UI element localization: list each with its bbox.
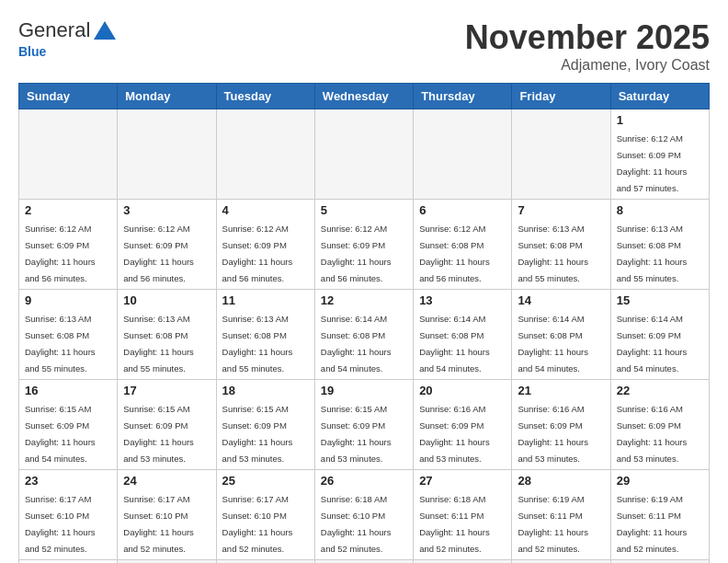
day-info: Sunrise: 6:12 AMSunset: 6:09 PMDaylight:… bbox=[25, 224, 96, 283]
day-cell-17: 17 Sunrise: 6:15 AMSunset: 6:09 PMDaylig… bbox=[118, 380, 216, 470]
empty-cell bbox=[512, 560, 610, 564]
day-number: 20 bbox=[419, 384, 506, 397]
day-info: Sunrise: 6:14 AMSunset: 6:08 PMDaylight:… bbox=[419, 314, 490, 373]
day-cell-20: 20 Sunrise: 6:16 AMSunset: 6:09 PMDaylig… bbox=[414, 380, 512, 470]
day-cell-18: 18 Sunrise: 6:15 AMSunset: 6:09 PMDaylig… bbox=[216, 380, 314, 470]
day-number: 9 bbox=[25, 293, 111, 307]
day-info: Sunrise: 6:17 AMSunset: 6:10 PMDaylight:… bbox=[25, 494, 96, 554]
empty-cell bbox=[216, 109, 314, 200]
day-cell-28: 28 Sunrise: 6:19 AMSunset: 6:11 PMDaylig… bbox=[512, 470, 610, 560]
calendar-row: 1 Sunrise: 6:12 AMSunset: 6:09 PMDayligh… bbox=[19, 109, 710, 200]
day-cell-1: 1 Sunrise: 6:12 AMSunset: 6:09 PMDayligh… bbox=[610, 109, 709, 200]
day-number: 25 bbox=[222, 474, 309, 488]
calendar-row: 9 Sunrise: 6:13 AMSunset: 6:08 PMDayligh… bbox=[19, 290, 710, 380]
day-info: Sunrise: 6:13 AMSunset: 6:08 PMDaylight:… bbox=[518, 224, 588, 283]
day-number: 14 bbox=[518, 293, 604, 307]
title-area: November 2025 Adjamene, Ivory Coast bbox=[465, 18, 710, 74]
day-cell-4: 4 Sunrise: 6:12 AMSunset: 6:09 PMDayligh… bbox=[216, 200, 314, 290]
day-info: Sunrise: 6:18 AMSunset: 6:10 PMDaylight:… bbox=[321, 494, 392, 554]
empty-cell bbox=[314, 109, 413, 200]
location-title: Adjamene, Ivory Coast bbox=[465, 57, 710, 74]
calendar-row: 16 Sunrise: 6:15 AMSunset: 6:09 PMDaylig… bbox=[19, 380, 710, 470]
day-number: 28 bbox=[518, 474, 604, 488]
day-number: 19 bbox=[321, 384, 407, 397]
day-cell-6: 6 Sunrise: 6:12 AMSunset: 6:08 PMDayligh… bbox=[414, 200, 512, 290]
day-number: 2 bbox=[25, 203, 111, 217]
day-cell-11: 11 Sunrise: 6:13 AMSunset: 6:08 PMDaylig… bbox=[216, 290, 314, 380]
day-info: Sunrise: 6:16 AMSunset: 6:09 PMDaylight:… bbox=[419, 404, 490, 464]
header-thursday: Thursday bbox=[414, 84, 512, 109]
day-cell-12: 12 Sunrise: 6:14 AMSunset: 6:08 PMDaylig… bbox=[314, 290, 413, 380]
header: General Blue November 2025 Adjamene, Ivo… bbox=[18, 18, 710, 74]
day-number: 1 bbox=[617, 113, 703, 127]
empty-cell bbox=[118, 560, 216, 564]
day-cell-24: 24 Sunrise: 6:17 AMSunset: 6:10 PMDaylig… bbox=[118, 470, 216, 560]
day-cell-16: 16 Sunrise: 6:15 AMSunset: 6:09 PMDaylig… bbox=[19, 380, 118, 470]
day-info: Sunrise: 6:19 AMSunset: 6:11 PMDaylight:… bbox=[518, 494, 588, 554]
day-cell-8: 8 Sunrise: 6:13 AMSunset: 6:08 PMDayligh… bbox=[610, 200, 709, 290]
day-cell-27: 27 Sunrise: 6:18 AMSunset: 6:11 PMDaylig… bbox=[414, 470, 512, 560]
day-number: 29 bbox=[617, 474, 703, 488]
day-info: Sunrise: 6:13 AMSunset: 6:08 PMDaylight:… bbox=[222, 314, 293, 373]
header-friday: Friday bbox=[512, 84, 610, 109]
day-number: 27 bbox=[419, 474, 506, 488]
day-number: 10 bbox=[123, 293, 210, 307]
logo-triangle-icon bbox=[94, 21, 116, 40]
day-cell-29: 29 Sunrise: 6:19 AMSunset: 6:11 PMDaylig… bbox=[610, 470, 709, 560]
day-cell-7: 7 Sunrise: 6:13 AMSunset: 6:08 PMDayligh… bbox=[512, 200, 610, 290]
day-info: Sunrise: 6:17 AMSunset: 6:10 PMDaylight:… bbox=[123, 494, 194, 554]
day-info: Sunrise: 6:19 AMSunset: 6:11 PMDaylight:… bbox=[617, 494, 688, 554]
day-cell-25: 25 Sunrise: 6:17 AMSunset: 6:10 PMDaylig… bbox=[216, 470, 314, 560]
empty-cell bbox=[512, 109, 610, 200]
header-sunday: Sunday bbox=[19, 84, 118, 109]
day-info: Sunrise: 6:15 AMSunset: 6:09 PMDaylight:… bbox=[123, 404, 194, 464]
day-info: Sunrise: 6:12 AMSunset: 6:09 PMDaylight:… bbox=[321, 224, 392, 283]
day-number: 17 bbox=[123, 384, 210, 397]
logo: General Blue bbox=[18, 18, 116, 59]
day-number: 11 bbox=[222, 293, 309, 307]
weekday-header-row: Sunday Monday Tuesday Wednesday Thursday… bbox=[19, 84, 710, 109]
day-number: 15 bbox=[617, 293, 703, 307]
day-number: 21 bbox=[518, 384, 604, 397]
day-info: Sunrise: 6:14 AMSunset: 6:08 PMDaylight:… bbox=[518, 314, 588, 373]
header-wednesday: Wednesday bbox=[314, 84, 413, 109]
day-cell-14: 14 Sunrise: 6:14 AMSunset: 6:08 PMDaylig… bbox=[512, 290, 610, 380]
day-number: 3 bbox=[123, 203, 210, 217]
day-info: Sunrise: 6:18 AMSunset: 6:11 PMDaylight:… bbox=[419, 494, 490, 554]
day-info: Sunrise: 6:14 AMSunset: 6:09 PMDaylight:… bbox=[617, 314, 688, 373]
day-number: 7 bbox=[518, 203, 604, 217]
day-number: 12 bbox=[321, 293, 407, 307]
day-cell-3: 3 Sunrise: 6:12 AMSunset: 6:09 PMDayligh… bbox=[118, 200, 216, 290]
header-tuesday: Tuesday bbox=[216, 84, 314, 109]
empty-cell bbox=[314, 560, 413, 564]
calendar-row: 2 Sunrise: 6:12 AMSunset: 6:09 PMDayligh… bbox=[19, 200, 710, 290]
day-number: 6 bbox=[419, 203, 506, 217]
empty-cell bbox=[118, 109, 216, 200]
day-number: 4 bbox=[222, 203, 309, 217]
calendar: Sunday Monday Tuesday Wednesday Thursday… bbox=[18, 83, 710, 563]
day-info: Sunrise: 6:15 AMSunset: 6:09 PMDaylight:… bbox=[321, 404, 392, 464]
day-cell-26: 26 Sunrise: 6:18 AMSunset: 6:10 PMDaylig… bbox=[314, 470, 413, 560]
day-info: Sunrise: 6:12 AMSunset: 6:09 PMDaylight:… bbox=[222, 224, 293, 283]
day-cell-2: 2 Sunrise: 6:12 AMSunset: 6:09 PMDayligh… bbox=[19, 200, 118, 290]
day-cell-5: 5 Sunrise: 6:12 AMSunset: 6:09 PMDayligh… bbox=[314, 200, 413, 290]
day-cell-10: 10 Sunrise: 6:13 AMSunset: 6:08 PMDaylig… bbox=[118, 290, 216, 380]
day-info: Sunrise: 6:12 AMSunset: 6:09 PMDaylight:… bbox=[617, 133, 688, 193]
day-cell-13: 13 Sunrise: 6:14 AMSunset: 6:08 PMDaylig… bbox=[414, 290, 512, 380]
day-cell-19: 19 Sunrise: 6:15 AMSunset: 6:09 PMDaylig… bbox=[314, 380, 413, 470]
day-info: Sunrise: 6:13 AMSunset: 6:08 PMDaylight:… bbox=[123, 314, 194, 373]
day-info: Sunrise: 6:12 AMSunset: 6:09 PMDaylight:… bbox=[123, 224, 194, 283]
day-number: 8 bbox=[617, 203, 703, 217]
day-info: Sunrise: 6:15 AMSunset: 6:09 PMDaylight:… bbox=[222, 404, 293, 464]
header-saturday: Saturday bbox=[610, 84, 709, 109]
day-number: 13 bbox=[419, 293, 506, 307]
logo-blue: Blue bbox=[18, 44, 46, 59]
empty-cell bbox=[610, 560, 709, 564]
day-cell-9: 9 Sunrise: 6:13 AMSunset: 6:08 PMDayligh… bbox=[19, 290, 118, 380]
day-info: Sunrise: 6:13 AMSunset: 6:08 PMDaylight:… bbox=[25, 314, 96, 373]
day-info: Sunrise: 6:13 AMSunset: 6:08 PMDaylight:… bbox=[617, 224, 688, 283]
day-number: 18 bbox=[222, 384, 309, 397]
day-number: 24 bbox=[123, 474, 210, 488]
day-info: Sunrise: 6:14 AMSunset: 6:08 PMDaylight:… bbox=[321, 314, 392, 373]
day-info: Sunrise: 6:15 AMSunset: 6:09 PMDaylight:… bbox=[25, 404, 96, 464]
